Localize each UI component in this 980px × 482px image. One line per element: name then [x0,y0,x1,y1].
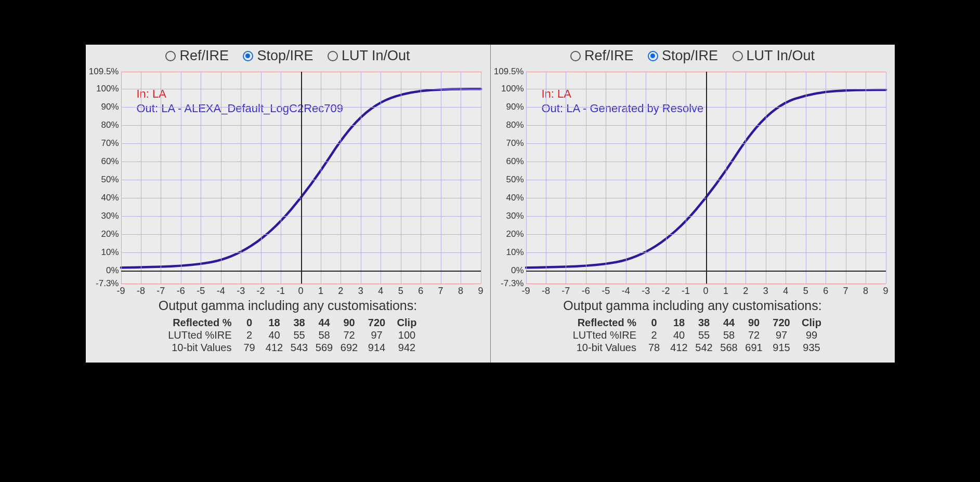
table-header: 720 [766,317,796,329]
y-tick-label: -7.3% [493,278,526,289]
x-tick-label: 8 [458,284,463,297]
table-header: 18 [667,317,691,329]
table-cell: 58 [716,329,741,341]
panel-left: Ref/IRE Stop/IRE LUT In/Out In: LA Out: … [86,45,490,363]
y-tick-label: 90% [88,102,121,112]
y-tick-label: 60% [88,156,121,167]
view-mode-radios: Ref/IRE Stop/IRE LUT In/Out [86,48,490,65]
y-tick-label: 40% [493,193,526,203]
radio-icon [328,51,338,61]
table-header: Clip [392,317,422,329]
gridline-v [886,72,886,284]
table-header: 90 [337,317,362,329]
table-cell: 942 [392,342,422,354]
y-tick-label: 70% [493,138,526,149]
x-tick-label: 4 [783,284,788,297]
x-tick-label: 6 [418,284,423,297]
gridline-v [161,72,161,284]
info-title: Output gamma including any customisation… [86,298,490,313]
table-cell: 2 [237,329,262,341]
table-header-row: Reflected % 0 18 38 44 90 720 Clip [558,317,827,329]
gridline-v [806,72,806,284]
gridline-v [241,72,241,284]
gridline-v [586,72,586,284]
x-tick-label: -7 [156,284,165,297]
x-tick-label: -3 [642,284,650,297]
radio-ref-ire[interactable]: Ref/IRE [570,48,634,64]
table-cell: 691 [741,342,766,354]
table-row-label: 10-bit Values [558,342,642,354]
x-tick-label: 6 [823,284,828,297]
table-header: 720 [362,317,392,329]
radio-label: Stop/IRE [257,48,313,64]
table-cell: 55 [287,329,312,341]
gridline-v [121,72,122,284]
table-header: 0 [237,317,262,329]
gridline-v [866,72,866,284]
table-header: Clip [796,317,827,329]
y-tick-label: 20% [88,229,121,239]
y-tick-label: 90% [493,102,526,112]
table-header: 44 [716,317,741,329]
y-tick-label: 60% [493,156,526,167]
radio-label: Ref/IRE [179,48,229,64]
table-cell: 99 [796,329,827,341]
y-tick-label: -7.3% [88,278,121,289]
table-cell: 97 [362,329,392,341]
gridline-v [546,72,546,284]
y-tick-label: 30% [493,211,526,221]
radio-stop-ire[interactable]: Stop/IRE [648,48,718,64]
table-cell: 78 [642,342,667,354]
gridline-v [606,72,606,284]
table-cell: 72 [337,329,362,341]
x-tick-label: 4 [378,284,383,297]
radio-label: LUT In/Out [342,48,410,64]
radio-label: Stop/IRE [662,48,718,64]
info-table: Reflected % 0 18 38 44 90 720 Clip LUTte… [558,316,827,354]
x-tick-label: 1 [723,284,728,297]
radio-icon [648,51,658,61]
x-tick-label: -4 [622,284,630,297]
y-tick-label: 0% [493,265,526,276]
gridline-v [766,72,766,284]
y-tick-label: 20% [493,229,526,239]
gridline-v [401,72,401,284]
table-cell: 2 [642,329,667,341]
radio-icon [733,51,743,61]
view-mode-radios: Ref/IRE Stop/IRE LUT In/Out [491,48,895,65]
radio-icon [243,51,253,61]
table-cell: 412 [667,342,691,354]
table-cell: 40 [262,329,287,341]
x-tick-label: 0 [298,284,303,297]
radio-lut-inout[interactable]: LUT In/Out [733,48,815,64]
x-tick-label: 7 [438,284,443,297]
panel-right: Ref/IRE Stop/IRE LUT In/Out In: LA Out: … [490,45,895,363]
radio-ref-ire[interactable]: Ref/IRE [165,48,229,64]
x-tick-label: 2 [338,284,343,297]
gridline-v [846,72,846,284]
radio-lut-inout[interactable]: LUT In/Out [328,48,410,64]
table-cell: 914 [362,342,392,354]
gridline-v [626,72,626,284]
table-header: 90 [741,317,766,329]
table-row: 10-bit Values 78 412 542 568 691 915 935 [558,342,827,354]
table-header: 44 [312,317,337,329]
table-row: LUTted %IRE 2 40 55 58 72 97 99 [558,329,827,341]
gridline-v [746,72,746,284]
x-tick-label: -4 [217,284,225,297]
gridline-v [341,72,341,284]
x-tick-label: 7 [843,284,848,297]
radio-stop-ire[interactable]: Stop/IRE [243,48,313,64]
gridline-v [786,72,786,284]
x-tick-label: -1 [682,284,690,297]
table-cell: 543 [287,342,312,354]
gridline-v [726,72,726,284]
x-tick-label: 3 [358,284,363,297]
plot-area: In: LA Out: LA - Generated by Resolve 0%… [526,72,886,284]
y-axis-line [301,72,302,284]
info-block: Output gamma including any customisation… [491,298,895,354]
table-cell: 79 [237,342,262,354]
y-tick-label: 0% [88,265,121,276]
gridline-v [686,72,686,284]
y-tick-label: 50% [88,175,121,185]
